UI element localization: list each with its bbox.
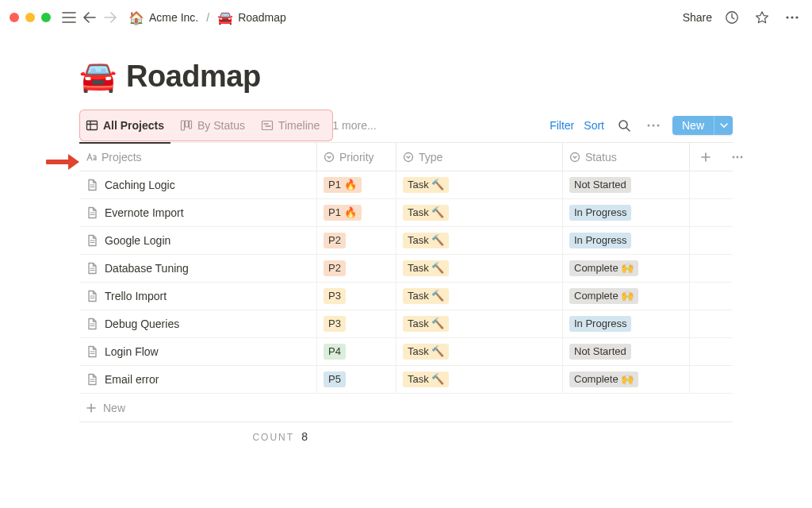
svg-point-18 [741, 156, 743, 158]
column-header-priority[interactable]: Priority [317, 143, 396, 171]
status-tag: Complete 🙌 [569, 260, 638, 276]
cell-type[interactable]: Task 🔨 [396, 199, 563, 226]
view-tab-label: All Projects [103, 119, 164, 132]
cell-type[interactable]: Task 🔨 [396, 338, 563, 365]
cell-type[interactable]: Task 🔨 [396, 310, 563, 337]
add-column-button[interactable] [690, 143, 722, 171]
column-label: Type [419, 151, 442, 164]
new-row-label: New [103, 402, 125, 414]
row-title: Debug Queries [105, 318, 179, 330]
page-icon [86, 179, 98, 191]
cell-title[interactable]: Trello Import [79, 283, 317, 310]
cell-status[interactable]: Complete 🙌 [563, 366, 690, 393]
new-dropdown-button[interactable] [714, 116, 733, 135]
search-button[interactable] [614, 115, 634, 136]
close-window-button[interactable] [10, 13, 19, 22]
page-body: 🚘 Roadmap All Projects By Status Timelin… [0, 35, 812, 451]
page-icon [86, 318, 98, 330]
cell-title[interactable]: Debug Queries [79, 310, 317, 337]
cell-priority[interactable]: P2 [317, 255, 396, 282]
priority-tag: P2 [324, 260, 346, 276]
cell-type[interactable]: Task 🔨 [396, 171, 563, 198]
share-button[interactable]: Share [683, 11, 712, 24]
svg-rect-6 [186, 121, 189, 127]
cell-status[interactable]: In Progress [563, 227, 690, 254]
cell-type[interactable]: Task 🔨 [396, 283, 563, 310]
type-tag: Task 🔨 [403, 177, 449, 193]
cell-priority[interactable]: P4 [317, 338, 396, 365]
more-views-button[interactable]: 1 more... [332, 119, 376, 132]
svg-rect-4 [87, 121, 98, 129]
cell-title[interactable]: Login Flow [79, 338, 317, 365]
breadcrumb-label: Acme Inc. [149, 11, 198, 24]
svg-point-17 [737, 156, 739, 158]
columns-more-button[interactable] [722, 143, 753, 171]
table-icon [86, 119, 98, 132]
status-tag: Not Started [569, 177, 631, 193]
cell-priority[interactable]: P1 🔥 [317, 171, 396, 198]
svg-point-2 [791, 16, 793, 18]
count-aggregate[interactable]: COUNT 8 [79, 430, 317, 443]
breadcrumb-separator: / [206, 11, 209, 24]
sort-button[interactable]: Sort [584, 119, 604, 132]
type-tag: Task 🔨 [403, 205, 449, 221]
nav-back-button[interactable] [79, 7, 100, 28]
page-emoji-icon[interactable]: 🚘 [79, 59, 117, 94]
new-button[interactable]: New [672, 116, 714, 135]
cell-priority[interactable]: P5 [317, 366, 396, 393]
cell-title[interactable]: Google Login [79, 227, 317, 254]
cell-title[interactable]: Database Tuning [79, 255, 317, 282]
cell-status[interactable]: Not Started [563, 171, 690, 198]
cell-priority[interactable]: P1 🔥 [317, 199, 396, 226]
table-row: Login Flow P4 Task 🔨 Not Started [79, 338, 733, 366]
svg-point-1 [786, 16, 788, 18]
breadcrumb-item-page[interactable]: 🚘 Roadmap [214, 9, 289, 27]
column-header-type[interactable]: Type [396, 143, 563, 171]
nav-forward-button[interactable] [100, 7, 121, 28]
cell-title[interactable]: Email error [79, 366, 317, 393]
cell-status[interactable]: In Progress [563, 199, 690, 226]
column-header-projects[interactable]: Projects [79, 143, 317, 171]
favorite-button[interactable] [752, 7, 772, 28]
cell-type[interactable]: Task 🔨 [396, 227, 563, 254]
cell-status[interactable]: In Progress [563, 310, 690, 337]
chevron-down-icon [720, 123, 728, 128]
minimize-window-button[interactable] [25, 13, 35, 22]
zoom-window-button[interactable] [41, 13, 51, 22]
svg-point-16 [733, 156, 735, 158]
type-tag: Task 🔨 [403, 344, 449, 360]
view-tab-by-status[interactable]: By Status [174, 110, 251, 141]
page-icon [86, 206, 98, 219]
view-tab-all-projects[interactable]: All Projects [79, 110, 170, 141]
table-header-row: Projects Priority Type Status [79, 143, 733, 171]
column-header-status[interactable]: Status [563, 143, 690, 171]
cell-status[interactable]: Complete 🙌 [563, 283, 690, 310]
filter-button[interactable]: Filter [550, 119, 574, 132]
priority-tag: P5 [324, 371, 346, 387]
cell-title[interactable]: Evernote Import [79, 199, 317, 226]
table-row: Trello Import P3 Task 🔨 Complete 🙌 [79, 283, 733, 310]
views-bar: All Projects By Status Timeline 1 more..… [79, 108, 733, 143]
cell-title[interactable]: Caching Logic [79, 171, 317, 198]
view-more-button[interactable] [644, 124, 663, 127]
svg-rect-8 [262, 121, 272, 129]
new-row-button[interactable]: New [79, 394, 733, 422]
cell-priority[interactable]: P3 [317, 310, 396, 337]
view-tab-timeline[interactable]: Timeline [255, 110, 326, 141]
sidebar-toggle-button[interactable] [59, 7, 79, 28]
updates-button[interactable] [722, 7, 742, 28]
cell-status[interactable]: Complete 🙌 [563, 255, 690, 282]
cell-priority[interactable]: P3 [317, 283, 396, 310]
cell-type[interactable]: Task 🔨 [396, 255, 563, 282]
breadcrumb-item-workspace[interactable]: 🏠 Acme Inc. [125, 9, 201, 27]
page-title[interactable]: Roadmap [126, 60, 261, 94]
page-more-button[interactable] [782, 7, 802, 28]
select-property-icon [403, 152, 414, 163]
status-tag: Complete 🙌 [569, 288, 638, 304]
page-icon [86, 345, 98, 358]
cell-priority[interactable]: P2 [317, 227, 396, 254]
cell-type[interactable]: Task 🔨 [396, 366, 563, 393]
count-label: COUNT [252, 432, 293, 443]
cell-status[interactable]: Not Started [563, 338, 690, 365]
status-tag: Not Started [569, 344, 631, 360]
